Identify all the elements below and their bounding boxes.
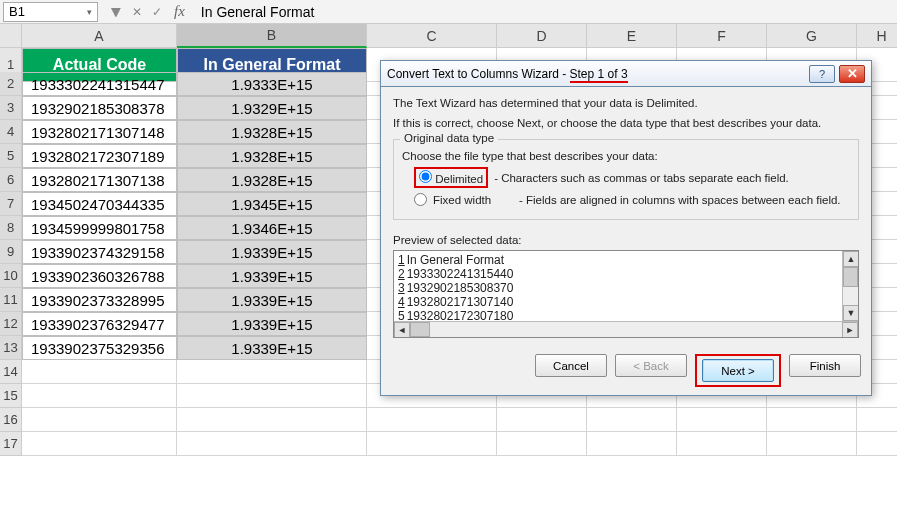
- cell-b13[interactable]: 1.9339E+15: [177, 336, 367, 360]
- cell-b8[interactable]: 1.9346E+15: [177, 216, 367, 240]
- wizard-intro-1: The Text Wizard has determined that your…: [393, 97, 859, 109]
- next-button-highlight: Next >: [695, 354, 781, 387]
- back-button: < Back: [615, 354, 687, 377]
- name-box[interactable]: B1: [3, 2, 98, 22]
- row-head-6[interactable]: 6: [0, 168, 22, 192]
- row-head-16[interactable]: 16: [0, 408, 22, 432]
- cell-b10[interactable]: 1.9339E+15: [177, 264, 367, 288]
- cell-a16[interactable]: [22, 408, 177, 432]
- cell[interactable]: [367, 432, 497, 456]
- cell-b4[interactable]: 1.9328E+15: [177, 120, 367, 144]
- select-all-corner[interactable]: [0, 24, 22, 48]
- cell-b11[interactable]: 1.9339E+15: [177, 288, 367, 312]
- cell-a14[interactable]: [22, 360, 177, 384]
- cell-b9[interactable]: 1.9339E+15: [177, 240, 367, 264]
- cell-a5[interactable]: 1932802172307189: [22, 144, 177, 168]
- scroll-thumb-h[interactable]: [410, 322, 430, 337]
- cell-a6[interactable]: 1932802171307138: [22, 168, 177, 192]
- row-head-17[interactable]: 17: [0, 432, 22, 456]
- cell-a8[interactable]: 1934599999801758: [22, 216, 177, 240]
- row-head-2[interactable]: 2: [0, 72, 22, 96]
- row-head-5[interactable]: 5: [0, 144, 22, 168]
- cell[interactable]: [677, 408, 767, 432]
- cell-b2[interactable]: 1.9333E+15: [177, 72, 367, 96]
- row-head-10[interactable]: 10: [0, 264, 22, 288]
- cell-a9[interactable]: 1933902374329158: [22, 240, 177, 264]
- row-head-11[interactable]: 11: [0, 288, 22, 312]
- dialog-title: Convert Text to Columns Wizard - Step 1 …: [387, 67, 628, 81]
- cancel-button[interactable]: Cancel: [535, 354, 607, 377]
- formula-bar-icons: ⯆ ✕ ✓: [98, 5, 174, 19]
- cell-a15[interactable]: [22, 384, 177, 408]
- cell-a4[interactable]: 1932802171307148: [22, 120, 177, 144]
- cell-a7[interactable]: 1934502470344335: [22, 192, 177, 216]
- scroll-down-icon[interactable]: ▼: [843, 305, 859, 321]
- scroll-thumb[interactable]: [843, 267, 858, 287]
- cell-a11[interactable]: 1933902373328995: [22, 288, 177, 312]
- accept-icon: ✓: [152, 5, 162, 19]
- cell-a10[interactable]: 1933902360326788: [22, 264, 177, 288]
- col-head-B[interactable]: B: [177, 24, 367, 48]
- row-head-8[interactable]: 8: [0, 216, 22, 240]
- cell[interactable]: [587, 432, 677, 456]
- cell-b7[interactable]: 1.9345E+15: [177, 192, 367, 216]
- cell-b16[interactable]: [177, 408, 367, 432]
- cell-b17[interactable]: [177, 432, 367, 456]
- cell-b5[interactable]: 1.9328E+15: [177, 144, 367, 168]
- col-head-G[interactable]: G: [767, 24, 857, 48]
- cell-a12[interactable]: 1933902376329477: [22, 312, 177, 336]
- dialog-titlebar[interactable]: Convert Text to Columns Wizard - Step 1 …: [381, 61, 871, 87]
- scroll-up-icon[interactable]: ▲: [843, 251, 859, 267]
- cell[interactable]: [497, 432, 587, 456]
- cell-a17[interactable]: [22, 432, 177, 456]
- fixed-width-radio[interactable]: [414, 193, 427, 206]
- col-head-F[interactable]: F: [677, 24, 767, 48]
- col-head-A[interactable]: A: [22, 24, 177, 48]
- next-button[interactable]: Next >: [702, 359, 774, 382]
- preview-line: 21933302241315440: [398, 267, 854, 281]
- row-head-9[interactable]: 9: [0, 240, 22, 264]
- cell-a13[interactable]: 1933902375329356: [22, 336, 177, 360]
- col-head-C[interactable]: C: [367, 24, 497, 48]
- col-head-D[interactable]: D: [497, 24, 587, 48]
- scroll-left-icon[interactable]: ◄: [394, 322, 410, 338]
- delimited-radio[interactable]: [419, 170, 432, 183]
- finish-button[interactable]: Finish: [789, 354, 861, 377]
- cell[interactable]: [677, 432, 767, 456]
- row-head-13[interactable]: 13: [0, 336, 22, 360]
- row-head-15[interactable]: 15: [0, 384, 22, 408]
- cell[interactable]: [857, 408, 897, 432]
- row-head-4[interactable]: 4: [0, 120, 22, 144]
- cell-b3[interactable]: 1.9329E+15: [177, 96, 367, 120]
- cell-a3[interactable]: 1932902185308378: [22, 96, 177, 120]
- cell[interactable]: [767, 408, 857, 432]
- cell[interactable]: [497, 408, 587, 432]
- cell[interactable]: [367, 408, 497, 432]
- fx-icon[interactable]: fx: [174, 3, 193, 20]
- row-head-3[interactable]: 3: [0, 96, 22, 120]
- cell[interactable]: [857, 432, 897, 456]
- help-button[interactable]: ?: [809, 65, 835, 83]
- row-head-14[interactable]: 14: [0, 360, 22, 384]
- fixed-width-label: Fixed width: [433, 194, 513, 206]
- cell-b14[interactable]: [177, 360, 367, 384]
- row-head-7[interactable]: 7: [0, 192, 22, 216]
- close-button[interactable]: ✕: [839, 65, 865, 83]
- cell-b15[interactable]: [177, 384, 367, 408]
- row-head-12[interactable]: 12: [0, 312, 22, 336]
- group-label: Original data type: [400, 132, 498, 144]
- cell-a2[interactable]: 1933302241315447: [22, 72, 177, 96]
- dialog-buttons: Cancel < Back Next > Finish: [381, 346, 871, 395]
- preview-vscroll[interactable]: ▲ ▼: [842, 251, 858, 321]
- preview-hscroll[interactable]: ◄ ►: [394, 321, 858, 337]
- col-head-H[interactable]: H: [857, 24, 897, 48]
- cell-b6[interactable]: 1.9328E+15: [177, 168, 367, 192]
- scroll-right-icon[interactable]: ►: [842, 322, 858, 338]
- col-head-E[interactable]: E: [587, 24, 677, 48]
- formula-value[interactable]: In General Format: [193, 4, 315, 20]
- cell-b12[interactable]: 1.9339E+15: [177, 312, 367, 336]
- cell[interactable]: [587, 408, 677, 432]
- wizard-intro-2: If this is correct, choose Next, or choo…: [393, 117, 859, 129]
- dropdown-icon[interactable]: ⯆: [110, 5, 122, 19]
- cell[interactable]: [767, 432, 857, 456]
